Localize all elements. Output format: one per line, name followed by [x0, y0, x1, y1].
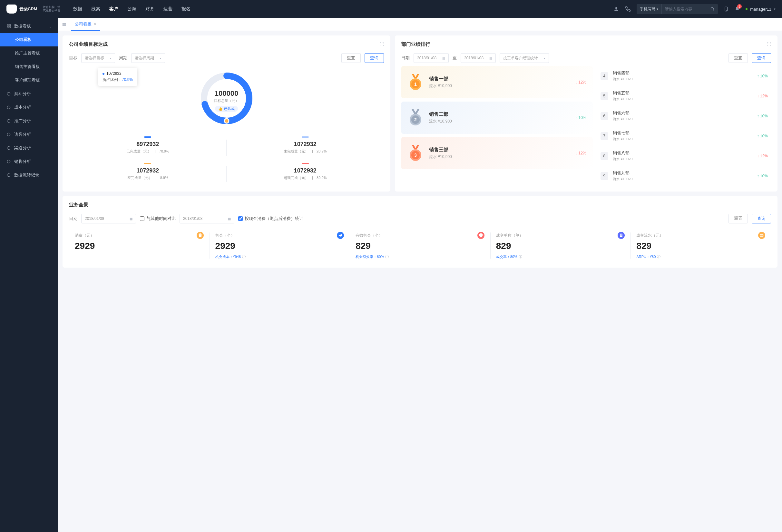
overview-title: 业务全景 — [69, 202, 771, 208]
search-icon[interactable] — [707, 7, 718, 11]
sidebar-sub-0[interactable]: 公司看板 — [0, 33, 58, 46]
mobile-icon[interactable] — [724, 6, 729, 12]
sidebar-sub-1[interactable]: 推广主管看板 — [0, 46, 58, 60]
svg-rect-6 — [7, 27, 8, 28]
sidebar-sub-2[interactable]: 销售主管看板 — [0, 60, 58, 73]
rank-top-2: 2销售二部流水 ¥10,900↑10% — [401, 102, 593, 134]
search-type-select[interactable]: 手机号码▾ — [637, 4, 662, 14]
sidebar-item-channel[interactable]: 渠道分析 — [0, 141, 58, 155]
user-icon[interactable] — [613, 6, 619, 12]
medal-icon: 2 — [408, 109, 423, 127]
stat-option-checkbox[interactable]: 按现金消费（返点后消费）统计 — [238, 216, 303, 221]
tab-company-dashboard[interactable]: 公司看板 ✕ — [71, 18, 100, 31]
nav-4[interactable]: 财务 — [145, 6, 154, 12]
svg-point-3 — [726, 10, 726, 10]
rank-top-3: 3销售三部流水 ¥10,900↓12% — [401, 137, 593, 169]
svg-point-10 — [7, 119, 10, 122]
close-icon[interactable]: ✕ — [94, 22, 96, 26]
nav-0[interactable]: 数据 — [73, 6, 82, 12]
compare-checkbox[interactable]: 与其他时间对比 — [140, 216, 176, 221]
phone-icon[interactable] — [625, 6, 631, 12]
nav-5[interactable]: 运营 — [164, 6, 173, 12]
rank-row: 7销售七部流水 ¥19020↑ 10% — [597, 126, 771, 146]
date-label: 日期 — [69, 216, 77, 221]
nav-1[interactable]: 线索 — [91, 6, 100, 12]
goal-card: 公司业绩目标达成 ⛶ 目标 请选择目标▾ 周期 请选择周期▾ 重置 查询 — [63, 35, 390, 191]
goal-donut-chart: 1072932 所占比例：70.9% 100000 目标总量（元） 👍已达成 — [69, 66, 384, 185]
page-tabs: 公司看板 ✕ — [58, 18, 782, 31]
nav-3[interactable]: 公海 — [127, 6, 136, 12]
expand-icon[interactable]: ⛶ — [767, 42, 771, 47]
metric-card: 成交流水（元）829ARPU：¥80 ⓘ — [631, 229, 771, 262]
rank-row: 9销售九部流水 ¥19020↑ 10% — [597, 166, 771, 186]
help-icon[interactable]: ⓘ — [242, 254, 246, 259]
sidebar-item-visitor[interactable]: 访客分析 — [0, 128, 58, 141]
goal-reset-button[interactable]: 重置 — [341, 53, 361, 63]
period-label: 周期 — [119, 55, 127, 61]
sidebar-item-filter[interactable]: 漏斗分析 — [0, 87, 58, 101]
metric-plane: 机会（个）2929机会成本：¥948 ⓘ — [210, 229, 350, 262]
flow-icon — [6, 173, 11, 177]
goal-query-button[interactable]: 查询 — [364, 53, 384, 63]
stat-type-select[interactable]: 按工单客户经理统计▾ — [500, 53, 549, 63]
visitor-icon — [6, 132, 11, 137]
overview-query-button[interactable]: 查询 — [752, 214, 771, 223]
sales-icon — [6, 159, 11, 164]
logo-subtitle: 教育机构一站 式服务云平台 — [40, 6, 60, 12]
sidebar-item-promo[interactable]: 推广分析 — [0, 114, 58, 128]
sidebar-item-cost[interactable]: 成本分析 — [0, 101, 58, 114]
tab-menu-icon[interactable] — [62, 22, 66, 27]
svg-rect-7 — [9, 27, 10, 28]
overview-date2[interactable]: 2018/01/08▦ — [180, 214, 234, 223]
rank-top-1: 1销售一部流水 ¥10,900↓12% — [401, 66, 593, 98]
period-select[interactable]: 请选择周期▾ — [131, 53, 165, 63]
svg-point-11 — [7, 133, 10, 136]
target-select[interactable]: 请选择目标▾ — [81, 53, 115, 63]
logo-icon — [6, 4, 17, 13]
svg-point-0 — [615, 7, 617, 9]
help-icon[interactable]: ⓘ — [385, 254, 389, 259]
logo-text: 云朵CRM — [19, 6, 37, 12]
overview-reset-button[interactable]: 重置 — [728, 214, 748, 223]
promo-icon — [6, 119, 11, 123]
rank-query-button[interactable]: 查询 — [752, 53, 771, 63]
card-icon — [758, 232, 765, 239]
nav-2[interactable]: 客户 — [109, 6, 118, 12]
doc-icon — [617, 232, 625, 239]
channel-icon — [6, 146, 11, 150]
overview-date1[interactable]: 2018/01/08▦ — [81, 214, 136, 223]
donut-center: 100000 目标总量（元） 👍已达成 — [214, 89, 239, 112]
svg-point-1 — [711, 7, 714, 10]
status-dot — [746, 8, 747, 10]
help-icon[interactable]: ⓘ — [519, 254, 522, 259]
svg-text:1: 1 — [414, 81, 417, 87]
rank-reset-button[interactable]: 重置 — [728, 53, 748, 63]
goal-stat: 1072932未完成量（元） | 20.9% — [226, 132, 384, 158]
user-menu[interactable]: manager11 ▾ — [746, 7, 776, 11]
goal-stat: 8972932已完成量（元） | 70.9% — [69, 132, 226, 158]
svg-point-17 — [224, 119, 229, 123]
top-nav: 数据线索客户公海财务运营报名 — [73, 6, 190, 12]
search-box: 手机号码▾ — [637, 4, 718, 14]
bag-icon — [197, 232, 204, 239]
expand-icon[interactable]: ⛶ — [380, 42, 384, 47]
search-input[interactable] — [662, 7, 707, 11]
sidebar-sub-3[interactable]: 客户经理看板 — [0, 73, 58, 87]
logo: 云朵CRM 教育机构一站 式服务云平台 — [6, 4, 60, 13]
svg-point-8 — [7, 92, 10, 95]
sidebar-group-dashboard[interactable]: 数据看板 ⌃ — [0, 19, 58, 33]
goal-stat: 1072932应完成量（元） | 8.9% — [69, 158, 226, 185]
svg-point-14 — [7, 174, 10, 176]
help-icon[interactable]: ⓘ — [657, 254, 661, 259]
date-from-select[interactable]: 2018/01/08▦ — [414, 53, 449, 63]
target-label: 目标 — [69, 55, 77, 61]
nav-6[interactable]: 报名 — [181, 6, 190, 12]
goal-title: 公司业绩目标达成 — [69, 41, 108, 47]
sidebar-item-sales[interactable]: 销售分析 — [0, 155, 58, 168]
svg-point-12 — [7, 146, 10, 149]
bell-icon[interactable]: 5 — [735, 6, 740, 12]
rank-row: 5销售五部流水 ¥19020↓ 12% — [597, 86, 771, 106]
sidebar-item-flow[interactable]: 数据流转记录 — [0, 168, 58, 182]
date-to-select[interactable]: 2018/01/08▦ — [461, 53, 496, 63]
svg-text:3: 3 — [414, 152, 417, 158]
